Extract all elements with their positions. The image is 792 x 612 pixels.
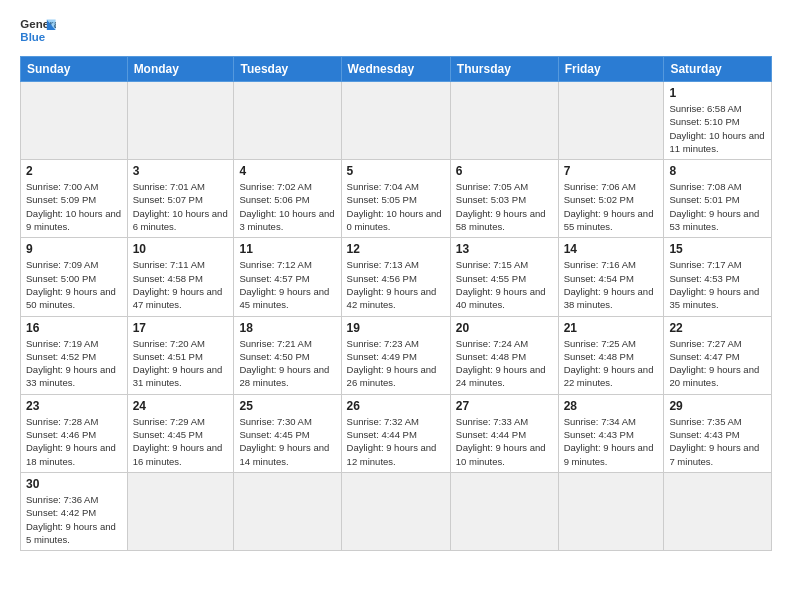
day-info: Sunrise: 7:20 AM Sunset: 4:51 PM Dayligh…: [133, 337, 229, 390]
calendar-day-cell: 12Sunrise: 7:13 AM Sunset: 4:56 PM Dayli…: [341, 238, 450, 316]
calendar-day-cell: 25Sunrise: 7:30 AM Sunset: 4:45 PM Dayli…: [234, 394, 341, 472]
day-info: Sunrise: 7:16 AM Sunset: 4:54 PM Dayligh…: [564, 258, 659, 311]
calendar-day-cell: [664, 472, 772, 550]
day-info: Sunrise: 7:11 AM Sunset: 4:58 PM Dayligh…: [133, 258, 229, 311]
calendar-day-cell: 4Sunrise: 7:02 AM Sunset: 5:06 PM Daylig…: [234, 160, 341, 238]
calendar-day-cell: 24Sunrise: 7:29 AM Sunset: 4:45 PM Dayli…: [127, 394, 234, 472]
day-info: Sunrise: 7:06 AM Sunset: 5:02 PM Dayligh…: [564, 180, 659, 233]
calendar-day-cell: 6Sunrise: 7:05 AM Sunset: 5:03 PM Daylig…: [450, 160, 558, 238]
day-number: 11: [239, 242, 335, 256]
day-info: Sunrise: 7:00 AM Sunset: 5:09 PM Dayligh…: [26, 180, 122, 233]
day-number: 26: [347, 399, 445, 413]
day-info: Sunrise: 7:32 AM Sunset: 4:44 PM Dayligh…: [347, 415, 445, 468]
day-info: Sunrise: 6:58 AM Sunset: 5:10 PM Dayligh…: [669, 102, 766, 155]
generalblue-logo-icon: General Blue: [20, 16, 56, 46]
calendar-day-cell: [21, 82, 128, 160]
calendar-day-cell: 3Sunrise: 7:01 AM Sunset: 5:07 PM Daylig…: [127, 160, 234, 238]
day-info: Sunrise: 7:28 AM Sunset: 4:46 PM Dayligh…: [26, 415, 122, 468]
day-info: Sunrise: 7:24 AM Sunset: 4:48 PM Dayligh…: [456, 337, 553, 390]
day-info: Sunrise: 7:15 AM Sunset: 4:55 PM Dayligh…: [456, 258, 553, 311]
calendar-day-cell: 8Sunrise: 7:08 AM Sunset: 5:01 PM Daylig…: [664, 160, 772, 238]
day-info: Sunrise: 7:25 AM Sunset: 4:48 PM Dayligh…: [564, 337, 659, 390]
calendar-week-row: 23Sunrise: 7:28 AM Sunset: 4:46 PM Dayli…: [21, 394, 772, 472]
day-number: 6: [456, 164, 553, 178]
day-number: 13: [456, 242, 553, 256]
day-info: Sunrise: 7:19 AM Sunset: 4:52 PM Dayligh…: [26, 337, 122, 390]
day-info: Sunrise: 7:12 AM Sunset: 4:57 PM Dayligh…: [239, 258, 335, 311]
calendar-day-cell: [127, 472, 234, 550]
calendar-day-cell: 23Sunrise: 7:28 AM Sunset: 4:46 PM Dayli…: [21, 394, 128, 472]
calendar-table: SundayMondayTuesdayWednesdayThursdayFrid…: [20, 56, 772, 551]
calendar-week-row: 9Sunrise: 7:09 AM Sunset: 5:00 PM Daylig…: [21, 238, 772, 316]
day-number: 28: [564, 399, 659, 413]
calendar-day-cell: [341, 472, 450, 550]
day-number: 16: [26, 321, 122, 335]
day-number: 14: [564, 242, 659, 256]
page: General Blue SundayMondayTuesdayWednesda…: [0, 0, 792, 612]
calendar-day-cell: [341, 82, 450, 160]
day-number: 17: [133, 321, 229, 335]
day-number: 18: [239, 321, 335, 335]
day-info: Sunrise: 7:13 AM Sunset: 4:56 PM Dayligh…: [347, 258, 445, 311]
weekday-header-row: SundayMondayTuesdayWednesdayThursdayFrid…: [21, 57, 772, 82]
day-number: 19: [347, 321, 445, 335]
weekday-header-saturday: Saturday: [664, 57, 772, 82]
weekday-header-monday: Monday: [127, 57, 234, 82]
day-info: Sunrise: 7:27 AM Sunset: 4:47 PM Dayligh…: [669, 337, 766, 390]
calendar-day-cell: [450, 472, 558, 550]
day-number: 3: [133, 164, 229, 178]
calendar-day-cell: 17Sunrise: 7:20 AM Sunset: 4:51 PM Dayli…: [127, 316, 234, 394]
calendar-day-cell: [450, 82, 558, 160]
day-number: 21: [564, 321, 659, 335]
calendar-day-cell: [127, 82, 234, 160]
calendar-week-row: 16Sunrise: 7:19 AM Sunset: 4:52 PM Dayli…: [21, 316, 772, 394]
day-number: 4: [239, 164, 335, 178]
calendar-day-cell: 21Sunrise: 7:25 AM Sunset: 4:48 PM Dayli…: [558, 316, 664, 394]
day-info: Sunrise: 7:36 AM Sunset: 4:42 PM Dayligh…: [26, 493, 122, 546]
day-number: 22: [669, 321, 766, 335]
weekday-header-sunday: Sunday: [21, 57, 128, 82]
calendar-week-row: 1Sunrise: 6:58 AM Sunset: 5:10 PM Daylig…: [21, 82, 772, 160]
day-number: 29: [669, 399, 766, 413]
day-info: Sunrise: 7:29 AM Sunset: 4:45 PM Dayligh…: [133, 415, 229, 468]
day-info: Sunrise: 7:34 AM Sunset: 4:43 PM Dayligh…: [564, 415, 659, 468]
day-info: Sunrise: 7:08 AM Sunset: 5:01 PM Dayligh…: [669, 180, 766, 233]
day-number: 9: [26, 242, 122, 256]
day-number: 24: [133, 399, 229, 413]
calendar-day-cell: [558, 82, 664, 160]
calendar-day-cell: 14Sunrise: 7:16 AM Sunset: 4:54 PM Dayli…: [558, 238, 664, 316]
svg-text:Blue: Blue: [20, 31, 45, 43]
calendar-day-cell: 29Sunrise: 7:35 AM Sunset: 4:43 PM Dayli…: [664, 394, 772, 472]
calendar-day-cell: 15Sunrise: 7:17 AM Sunset: 4:53 PM Dayli…: [664, 238, 772, 316]
day-number: 8: [669, 164, 766, 178]
day-number: 15: [669, 242, 766, 256]
day-info: Sunrise: 7:01 AM Sunset: 5:07 PM Dayligh…: [133, 180, 229, 233]
day-info: Sunrise: 7:33 AM Sunset: 4:44 PM Dayligh…: [456, 415, 553, 468]
calendar-day-cell: 30Sunrise: 7:36 AM Sunset: 4:42 PM Dayli…: [21, 472, 128, 550]
day-number: 25: [239, 399, 335, 413]
day-number: 12: [347, 242, 445, 256]
day-number: 10: [133, 242, 229, 256]
calendar-day-cell: 16Sunrise: 7:19 AM Sunset: 4:52 PM Dayli…: [21, 316, 128, 394]
calendar-day-cell: [234, 82, 341, 160]
day-info: Sunrise: 7:17 AM Sunset: 4:53 PM Dayligh…: [669, 258, 766, 311]
day-info: Sunrise: 7:21 AM Sunset: 4:50 PM Dayligh…: [239, 337, 335, 390]
calendar-day-cell: 13Sunrise: 7:15 AM Sunset: 4:55 PM Dayli…: [450, 238, 558, 316]
header-area: General Blue: [20, 16, 772, 46]
calendar-day-cell: 1Sunrise: 6:58 AM Sunset: 5:10 PM Daylig…: [664, 82, 772, 160]
calendar-day-cell: 9Sunrise: 7:09 AM Sunset: 5:00 PM Daylig…: [21, 238, 128, 316]
calendar-week-row: 2Sunrise: 7:00 AM Sunset: 5:09 PM Daylig…: [21, 160, 772, 238]
calendar-day-cell: [234, 472, 341, 550]
day-info: Sunrise: 7:09 AM Sunset: 5:00 PM Dayligh…: [26, 258, 122, 311]
day-number: 1: [669, 86, 766, 100]
day-info: Sunrise: 7:02 AM Sunset: 5:06 PM Dayligh…: [239, 180, 335, 233]
weekday-header-tuesday: Tuesday: [234, 57, 341, 82]
calendar-week-row: 30Sunrise: 7:36 AM Sunset: 4:42 PM Dayli…: [21, 472, 772, 550]
calendar-day-cell: [558, 472, 664, 550]
day-info: Sunrise: 7:30 AM Sunset: 4:45 PM Dayligh…: [239, 415, 335, 468]
day-number: 30: [26, 477, 122, 491]
day-number: 20: [456, 321, 553, 335]
calendar-day-cell: 10Sunrise: 7:11 AM Sunset: 4:58 PM Dayli…: [127, 238, 234, 316]
calendar-day-cell: 26Sunrise: 7:32 AM Sunset: 4:44 PM Dayli…: [341, 394, 450, 472]
day-info: Sunrise: 7:35 AM Sunset: 4:43 PM Dayligh…: [669, 415, 766, 468]
